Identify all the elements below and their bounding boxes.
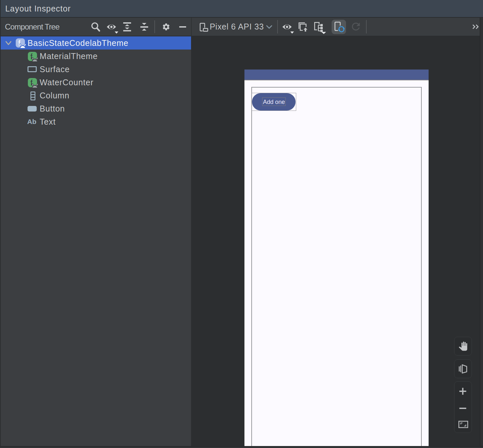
svg-text:f: f <box>30 79 33 87</box>
svg-text:f: f <box>30 52 33 61</box>
svg-text:f: f <box>18 39 21 48</box>
